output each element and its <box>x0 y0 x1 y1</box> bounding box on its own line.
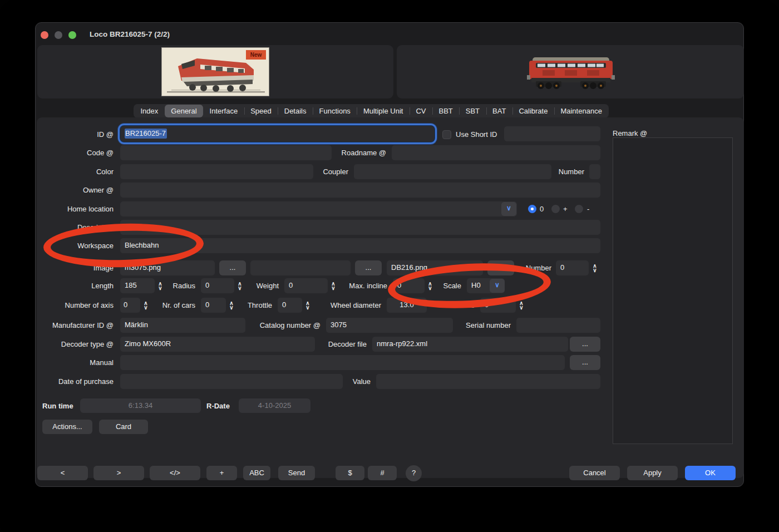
help-button[interactable]: ? <box>406 465 422 481</box>
radius-input[interactable]: 0 <box>201 278 234 293</box>
image-label: Image <box>37 260 114 275</box>
code-input[interactable] <box>120 145 332 160</box>
loco-properties-dialog: Loco BR216025-7 (2/2) <box>35 22 744 487</box>
code-toggle-button[interactable]: </> <box>150 466 200 480</box>
length-input[interactable]: 185 <box>120 278 155 293</box>
scale-dropdown[interactable]: ∨ <box>490 279 505 293</box>
scale-label: Scale <box>423 278 461 293</box>
hash-button[interactable]: # <box>368 466 397 480</box>
loco-image-catalog: New <box>161 47 269 96</box>
home-location-dropdown[interactable]: ∨ <box>501 202 516 216</box>
home-radio-minus[interactable] <box>575 205 583 213</box>
workspace-label: Workspace <box>37 238 114 253</box>
stepper-down-icon[interactable]: ∨ <box>144 306 147 310</box>
card-button[interactable]: Card <box>99 420 148 434</box>
stepper-down-icon[interactable]: ∨ <box>593 268 596 273</box>
tab-functions[interactable]: Functions <box>313 105 357 117</box>
stepper-down-icon[interactable]: ∨ <box>305 306 309 310</box>
image2-file-input[interactable] <box>250 260 351 275</box>
workspace-input[interactable]: Blechbahn <box>120 238 600 253</box>
max-incline-label: Max. incline <box>332 278 387 293</box>
id-input[interactable]: BR216025-7 <box>120 126 435 142</box>
description-input[interactable] <box>120 220 600 235</box>
tab-bbt[interactable]: BBT <box>432 105 459 117</box>
stepper-down-icon[interactable]: ∨ <box>519 306 523 310</box>
close-button[interactable] <box>41 31 48 39</box>
run-time-label: Run time <box>42 398 76 413</box>
manufacturer-input[interactable]: Märklin <box>120 318 245 333</box>
tab-bat[interactable]: BAT <box>486 105 512 117</box>
weight-label: Weight <box>240 278 279 293</box>
home-radio-zero[interactable] <box>528 205 536 213</box>
window-title: Loco BR216025-7 (2/2) <box>90 30 170 38</box>
nr-of-cars-input[interactable]: 0 <box>201 298 226 313</box>
image3-browse-button[interactable]: ... <box>487 260 514 275</box>
home-radio-plus[interactable] <box>551 205 560 213</box>
tab-details[interactable]: Details <box>278 105 313 117</box>
tab-interface[interactable]: Interface <box>203 105 244 117</box>
number-of-axis-stepper[interactable]: ∧∨ <box>141 298 150 313</box>
date-of-purchase-input[interactable] <box>120 374 343 389</box>
ok-button[interactable]: OK <box>685 466 736 480</box>
owner-input[interactable] <box>120 183 600 198</box>
id-label: ID @ <box>37 127 114 142</box>
value-label: Value <box>326 374 371 389</box>
roadname-input[interactable] <box>392 145 600 160</box>
short-id-input[interactable] <box>504 126 600 141</box>
minimize-button[interactable] <box>55 31 62 39</box>
image2-browse-button[interactable]: ... <box>355 260 382 275</box>
roadname-label: Roadname @ <box>331 145 386 160</box>
apply-button[interactable]: Apply <box>627 466 678 480</box>
tab-index[interactable]: Index <box>134 105 165 117</box>
add-button[interactable]: + <box>206 466 237 480</box>
catalog-number-input[interactable]: 3075 <box>326 318 453 333</box>
color-input[interactable] <box>120 164 313 179</box>
serial-number-input[interactable] <box>516 318 600 333</box>
decoder-file-input[interactable]: nmra-rp922.xml <box>372 337 568 352</box>
number-of-axis-input[interactable]: 0 <box>120 298 140 313</box>
zoom-button[interactable] <box>68 31 76 39</box>
image3-file-input[interactable]: DB216.png <box>387 260 483 275</box>
tab-sbt[interactable]: SBT <box>459 105 486 117</box>
number-input[interactable] <box>589 164 600 179</box>
tab-maintenance[interactable]: Maintenance <box>554 105 608 117</box>
home-radio-plus-label: + <box>563 201 568 216</box>
image-number-stepper[interactable]: ∧∨ <box>590 260 599 276</box>
abc-button[interactable]: ABC <box>243 466 270 480</box>
use-short-id-checkbox[interactable] <box>442 130 451 139</box>
new-badge-label: New <box>250 52 262 58</box>
wheel-diameter-label: Wheel diameter <box>314 298 381 313</box>
image-browse-button[interactable]: ... <box>219 260 246 275</box>
tab-general[interactable]: General <box>165 105 203 117</box>
image-number-input[interactable]: 0 <box>556 260 589 275</box>
actions-button[interactable]: Actions... <box>42 420 92 434</box>
value-input[interactable] <box>376 374 600 389</box>
manual-input[interactable] <box>120 355 565 370</box>
manual-browse-button[interactable]: ... <box>570 355 600 370</box>
tab-speed[interactable]: Speed <box>244 105 278 117</box>
cancel-button[interactable]: Cancel <box>569 466 620 480</box>
decoder-file-label: Decoder file <box>311 337 367 352</box>
weight-input[interactable]: 0 <box>284 278 328 293</box>
decoder-type-input[interactable]: Zimo MX600R <box>120 337 315 352</box>
send-button[interactable]: Send <box>278 466 315 480</box>
tab-bar: Index General Interface Speed Details Fu… <box>134 104 609 118</box>
date-of-purchase-label: Date of purchase <box>37 374 114 389</box>
tab-calibrate[interactable]: Calibrate <box>512 105 554 117</box>
next-button[interactable]: > <box>93 466 144 480</box>
dollar-button[interactable]: $ <box>336 466 364 480</box>
coupler-input[interactable] <box>354 164 551 179</box>
throttle-input[interactable]: 0 <box>278 298 302 313</box>
wheelbase-input[interactable]: 0 <box>480 298 516 313</box>
throttle-stepper[interactable]: ∧∨ <box>303 298 312 313</box>
prev-button[interactable]: < <box>37 466 88 480</box>
image-file-input[interactable]: m3075.png <box>120 260 215 275</box>
tab-multiple-unit[interactable]: Multiple Unit <box>357 105 410 117</box>
coupler-label: Coupler <box>298 164 348 179</box>
decoder-file-browse-button[interactable]: ... <box>570 337 600 352</box>
home-location-input[interactable] <box>120 201 517 216</box>
remark-textarea[interactable] <box>613 137 733 444</box>
tab-cv[interactable]: CV <box>410 105 432 117</box>
max-incline-input[interactable]: 0 <box>393 278 425 293</box>
wheelbase-stepper[interactable]: ∧∨ <box>517 298 526 313</box>
